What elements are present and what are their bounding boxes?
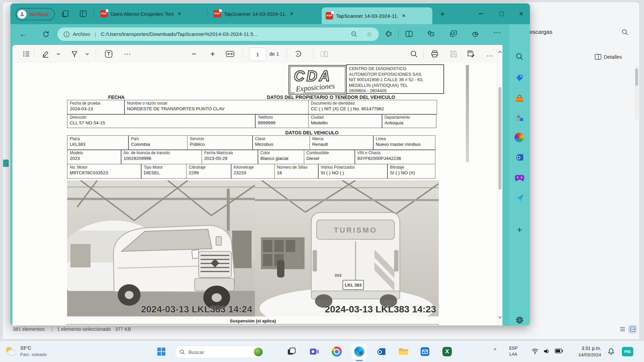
wifi-icon[interactable] [531,348,539,354]
explorer-scrollbar[interactable] [635,66,639,119]
start-button[interactable] [155,345,168,358]
zoom-out-page-icon[interactable] [351,31,358,38]
sidebar-plus-icon[interactable]: + [515,225,525,235]
draw-pen-icon[interactable] [70,50,79,58]
pre-badge[interactable]: PRE [622,347,633,356]
video-app-icon[interactable] [308,345,321,358]
taskbar-search[interactable]: Buscar [174,346,265,358]
tab-close-icon[interactable]: ✕ [290,11,294,16]
tab-search-icon[interactable] [61,10,69,18]
file-chip-label[interactable]: Archivo [73,31,90,37]
find-in-document-icon[interactable] [410,50,418,58]
fit-width-icon[interactable] [226,50,234,58]
refresh-button[interactable] [41,29,51,39]
address-bar[interactable]: Archivo | C:/Users/transportes/Downloads… [57,27,379,41]
pen-chevron-icon[interactable] [83,50,92,58]
settings-more-icon[interactable]: ⋯ [493,28,501,37]
language-indicator[interactable]: ESP LAA [509,345,518,357]
form-field: BlindajeSI ( ) NO (X) [387,164,435,179]
photo-timestamp: 2024-03-13 LKL383 14:23 [325,304,436,314]
maximize-button[interactable] [493,3,510,24]
weather-icon[interactable] [4,346,17,357]
explorer-search-icon[interactable] [622,29,628,36]
weather-desc[interactable]: Parc. soleado [20,352,47,357]
explorer-scrollbar-thumb[interactable] [635,68,638,86]
sidebar-outlook-icon[interactable] [515,152,525,162]
form-field: VIN o Chasis93YF62000PJ442236 [355,149,435,164]
view-list-icon[interactable] [619,326,626,333]
page-number-input[interactable]: 1 [249,48,266,61]
clock-time: 3:31 p.m. [569,345,601,352]
pdf-scrollbar[interactable] [497,45,502,325]
outlook-icon[interactable] [375,345,388,358]
details-pane-icon[interactable] [595,54,601,60]
details-pane-label[interactable]: Detalles [604,54,622,60]
favorites-list-icon[interactable] [427,30,435,38]
print-icon[interactable] [430,50,439,58]
new-tab-button[interactable]: + [437,9,448,19]
zoom-in-icon[interactable]: + [208,50,217,58]
highlighter-icon[interactable] [41,50,50,58]
chrome-icon[interactable] [330,345,343,358]
tab-tapscanner-1[interactable]: PDF TapScanner 14-03-2024-11. ✕ [210,3,320,24]
form-field: No. MotorM9TC678C033523 [67,164,142,179]
edge-icon[interactable] [353,345,366,358]
annotation-more-icon[interactable]: ⋯ [123,50,132,58]
clock[interactable]: 3:31 p.m. 14/03/2024 [569,345,601,358]
battery-icon[interactable] [555,349,563,353]
search-highlight-icon[interactable] [254,348,263,356]
favorite-star-icon[interactable]: ☆ [366,31,372,38]
sidebar-games-icon[interactable] [515,173,525,183]
status-selected: 1 elemento seleccionado [57,326,111,332]
tab-close-icon[interactable]: ✕ [402,13,406,18]
rotate-icon[interactable] [293,50,302,58]
notification-bell-icon[interactable] [608,348,614,355]
scan-artifact [466,65,469,162]
collections-icon[interactable] [449,30,458,38]
form-field: Tipo MotorDIESEL [141,164,186,179]
toolbar-divider [398,30,398,38]
zoom-out-icon[interactable]: − [190,50,198,58]
scroll-up-icon[interactable] [498,50,502,54]
sidebar-settings-gear-icon[interactable] [515,315,525,325]
save-as-icon[interactable] [467,50,475,58]
highlighter-chevron-icon[interactable] [54,50,63,58]
toolbar-divider [34,50,34,58]
url-text[interactable]: C:/Users/transportes/Downloads/TapScanne… [101,31,259,37]
tab-tapscanner-2-active[interactable]: PDF TapScanner 14-03-2024-11. ✕ [322,7,432,24]
scroll-down-icon[interactable] [498,315,502,320]
pdf-scrollbar-thumb[interactable] [498,87,501,190]
sidebar-search-icon[interactable] [515,52,525,62]
sidebar-shopping-tag-icon[interactable] [515,73,525,83]
sidebar-tools-icon[interactable] [515,94,525,104]
mail-icon[interactable] [419,345,431,358]
tab-close-icon[interactable]: ✕ [177,11,181,16]
file-explorer-icon[interactable] [397,345,410,358]
close-button[interactable]: ✕ [513,3,530,24]
add-text-icon[interactable] [104,50,113,58]
tab-dairo[interactable]: PDF Dairo Alonso Cespedes Torc ✕ [97,3,206,24]
sidebar-drop-note-icon[interactable] [515,193,525,203]
excel-icon[interactable]: X [441,345,453,358]
pdf-more-icon[interactable]: … [485,50,494,58]
minimize-button[interactable] [472,3,489,24]
browser-essentials-icon[interactable] [471,30,480,38]
vertical-tabs-icon[interactable] [79,10,87,18]
extensions-icon[interactable] [385,30,393,38]
cda-logo-box: CDA Exposiciones [288,65,347,95]
form-field: Kilometraje23233 [231,164,275,179]
sidebar-contacts-icon[interactable] [515,113,525,123]
task-view-icon[interactable] [285,345,298,358]
section-fecha: FECHA [93,95,140,100]
form-field: LíneaNuevo master minibus [373,135,435,150]
info-icon[interactable] [63,31,70,38]
toc-icon[interactable] [22,50,31,58]
volume-icon[interactable] [543,348,550,355]
sidebar-microsoft365-icon[interactable] [515,133,524,142]
weather-temp[interactable]: 33°C [20,345,32,351]
view-thumbnails-icon[interactable] [629,325,637,333]
back-button[interactable]: ← [18,29,29,40]
split-screen-icon[interactable] [405,30,413,38]
profile-button[interactable]: Verificar [16,8,55,20]
tray-chevron[interactable]: ^ [494,348,496,354]
